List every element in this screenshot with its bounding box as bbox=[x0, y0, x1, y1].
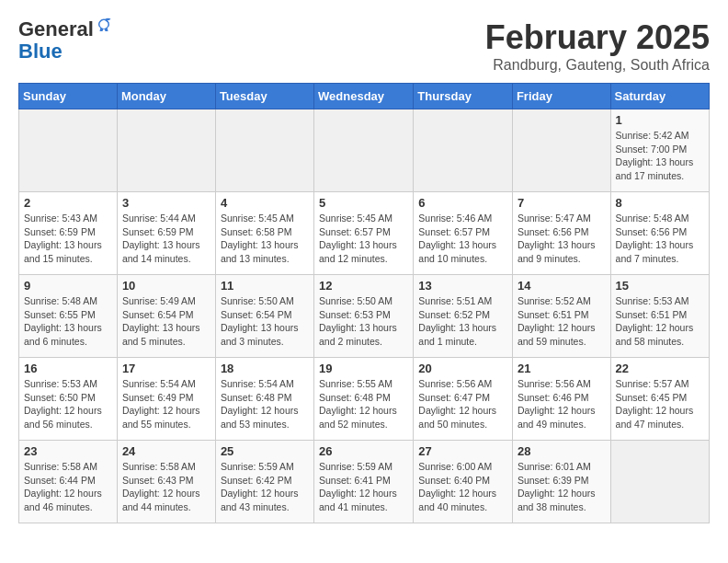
day-number: 4 bbox=[221, 196, 309, 210]
logo: General Blue bbox=[18, 18, 112, 63]
calendar-day-cell: 28Sunrise: 6:01 AM Sunset: 6:39 PM Dayli… bbox=[512, 441, 610, 523]
day-number: 13 bbox=[418, 279, 507, 293]
day-number: 12 bbox=[319, 279, 408, 293]
calendar-week-row: 9Sunrise: 5:48 AM Sunset: 6:55 PM Daylig… bbox=[19, 275, 710, 358]
calendar-week-row: 23Sunrise: 5:58 AM Sunset: 6:44 PM Dayli… bbox=[19, 441, 710, 523]
day-detail: Sunrise: 5:58 AM Sunset: 6:43 PM Dayligh… bbox=[122, 460, 210, 514]
calendar-day-cell: 14Sunrise: 5:52 AM Sunset: 6:51 PM Dayli… bbox=[512, 275, 610, 358]
day-detail: Sunrise: 5:52 AM Sunset: 6:51 PM Dayligh… bbox=[518, 294, 606, 349]
calendar-header-row: SundayMondayTuesdayWednesdayThursdayFrid… bbox=[19, 84, 710, 109]
day-detail: Sunrise: 5:45 AM Sunset: 6:57 PM Dayligh… bbox=[319, 212, 408, 266]
logo-blue-text: Blue bbox=[18, 40, 63, 63]
day-number: 7 bbox=[518, 196, 606, 210]
calendar-day-header: Thursday bbox=[414, 84, 513, 109]
calendar-day-cell: 21Sunrise: 5:56 AM Sunset: 6:46 PM Dayli… bbox=[512, 358, 610, 441]
calendar-day-cell: 9Sunrise: 5:48 AM Sunset: 6:55 PM Daylig… bbox=[19, 275, 118, 358]
calendar-day-cell: 10Sunrise: 5:49 AM Sunset: 6:54 PM Dayli… bbox=[117, 275, 215, 358]
day-number: 1 bbox=[616, 113, 704, 127]
day-number: 17 bbox=[122, 362, 210, 375]
calendar-day-cell: 12Sunrise: 5:50 AM Sunset: 6:53 PM Dayli… bbox=[314, 275, 414, 358]
calendar-week-row: 16Sunrise: 5:53 AM Sunset: 6:50 PM Dayli… bbox=[19, 358, 710, 441]
day-detail: Sunrise: 5:49 AM Sunset: 6:54 PM Dayligh… bbox=[122, 294, 210, 349]
calendar-day-cell: 25Sunrise: 5:59 AM Sunset: 6:42 PM Dayli… bbox=[215, 441, 313, 523]
day-detail: Sunrise: 5:57 AM Sunset: 6:45 PM Dayligh… bbox=[616, 377, 704, 431]
day-number: 23 bbox=[24, 444, 112, 458]
calendar-day-cell: 6Sunrise: 5:46 AM Sunset: 6:57 PM Daylig… bbox=[414, 192, 513, 275]
calendar-week-row: 2Sunrise: 5:43 AM Sunset: 6:59 PM Daylig… bbox=[19, 192, 710, 275]
calendar-day-cell: 11Sunrise: 5:50 AM Sunset: 6:54 PM Dayli… bbox=[215, 275, 313, 358]
calendar-day-cell: 15Sunrise: 5:53 AM Sunset: 6:51 PM Dayli… bbox=[610, 275, 709, 358]
calendar-week-row: 1Sunrise: 5:42 AM Sunset: 7:00 PM Daylig… bbox=[19, 109, 710, 192]
calendar-day-cell: 13Sunrise: 5:51 AM Sunset: 6:52 PM Dayli… bbox=[414, 275, 513, 358]
calendar-day-cell: 19Sunrise: 5:55 AM Sunset: 6:48 PM Dayli… bbox=[314, 358, 414, 441]
calendar-table: SundayMondayTuesdayWednesdayThursdayFrid… bbox=[18, 83, 710, 523]
day-number: 18 bbox=[221, 362, 309, 375]
header: General Blue February 2025 Randburg, Gau… bbox=[18, 18, 710, 74]
day-detail: Sunrise: 5:48 AM Sunset: 6:56 PM Dayligh… bbox=[616, 212, 704, 266]
calendar-day-header: Wednesday bbox=[314, 84, 414, 109]
logo-general-text: General bbox=[18, 18, 94, 40]
day-number: 5 bbox=[319, 196, 408, 210]
calendar-day-cell bbox=[314, 109, 414, 192]
day-detail: Sunrise: 5:50 AM Sunset: 6:54 PM Dayligh… bbox=[221, 294, 309, 349]
day-number: 22 bbox=[616, 362, 704, 375]
calendar-day-cell bbox=[512, 109, 610, 192]
day-detail: Sunrise: 5:56 AM Sunset: 6:47 PM Dayligh… bbox=[418, 377, 507, 431]
day-number: 6 bbox=[418, 196, 507, 210]
day-number: 28 bbox=[518, 444, 606, 458]
day-detail: Sunrise: 5:54 AM Sunset: 6:48 PM Dayligh… bbox=[221, 377, 309, 431]
day-detail: Sunrise: 5:46 AM Sunset: 6:57 PM Dayligh… bbox=[418, 212, 507, 266]
calendar-day-header: Sunday bbox=[19, 84, 118, 109]
day-detail: Sunrise: 5:50 AM Sunset: 6:53 PM Dayligh… bbox=[319, 294, 408, 349]
calendar-day-cell: 16Sunrise: 5:53 AM Sunset: 6:50 PM Dayli… bbox=[19, 358, 118, 441]
day-number: 10 bbox=[122, 279, 210, 293]
day-number: 15 bbox=[616, 279, 704, 293]
calendar-day-cell: 22Sunrise: 5:57 AM Sunset: 6:45 PM Dayli… bbox=[610, 358, 709, 441]
day-detail: Sunrise: 5:43 AM Sunset: 6:59 PM Dayligh… bbox=[24, 212, 112, 266]
day-number: 8 bbox=[616, 196, 704, 210]
day-detail: Sunrise: 5:47 AM Sunset: 6:56 PM Dayligh… bbox=[518, 212, 606, 266]
day-number: 24 bbox=[122, 444, 210, 458]
day-detail: Sunrise: 5:42 AM Sunset: 7:00 PM Dayligh… bbox=[616, 129, 704, 183]
calendar-day-cell: 24Sunrise: 5:58 AM Sunset: 6:43 PM Dayli… bbox=[117, 441, 215, 523]
month-year-title: February 2025 bbox=[485, 18, 710, 57]
calendar-day-cell: 7Sunrise: 5:47 AM Sunset: 6:56 PM Daylig… bbox=[512, 192, 610, 275]
calendar-day-header: Saturday bbox=[610, 84, 709, 109]
calendar-day-header: Monday bbox=[117, 84, 215, 109]
title-block: February 2025 Randburg, Gauteng, South A… bbox=[485, 18, 710, 74]
location-subtitle: Randburg, Gauteng, South Africa bbox=[485, 57, 710, 74]
day-detail: Sunrise: 5:45 AM Sunset: 6:58 PM Dayligh… bbox=[221, 212, 309, 266]
day-detail: Sunrise: 6:00 AM Sunset: 6:40 PM Dayligh… bbox=[418, 460, 507, 514]
day-detail: Sunrise: 5:59 AM Sunset: 6:41 PM Dayligh… bbox=[319, 460, 408, 514]
calendar-day-cell: 1Sunrise: 5:42 AM Sunset: 7:00 PM Daylig… bbox=[610, 109, 709, 192]
calendar-day-cell: 17Sunrise: 5:54 AM Sunset: 6:49 PM Dayli… bbox=[117, 358, 215, 441]
day-detail: Sunrise: 6:01 AM Sunset: 6:39 PM Dayligh… bbox=[518, 460, 606, 514]
day-number: 2 bbox=[24, 196, 112, 210]
day-number: 20 bbox=[418, 362, 507, 375]
day-detail: Sunrise: 5:56 AM Sunset: 6:46 PM Dayligh… bbox=[518, 377, 606, 431]
calendar-day-cell bbox=[117, 109, 215, 192]
day-number: 3 bbox=[122, 196, 210, 210]
calendar-day-header: Friday bbox=[512, 84, 610, 109]
day-detail: Sunrise: 5:54 AM Sunset: 6:49 PM Dayligh… bbox=[122, 377, 210, 431]
day-detail: Sunrise: 5:55 AM Sunset: 6:48 PM Dayligh… bbox=[319, 377, 408, 431]
calendar-day-cell: 26Sunrise: 5:59 AM Sunset: 6:41 PM Dayli… bbox=[314, 441, 414, 523]
calendar-day-cell: 3Sunrise: 5:44 AM Sunset: 6:59 PM Daylig… bbox=[117, 192, 215, 275]
calendar-day-cell: 4Sunrise: 5:45 AM Sunset: 6:58 PM Daylig… bbox=[215, 192, 313, 275]
calendar-day-cell bbox=[215, 109, 313, 192]
calendar-day-header: Tuesday bbox=[215, 84, 313, 109]
day-number: 26 bbox=[319, 444, 408, 458]
logo-bird-icon bbox=[96, 17, 112, 34]
day-number: 27 bbox=[418, 444, 507, 458]
calendar-day-cell: 5Sunrise: 5:45 AM Sunset: 6:57 PM Daylig… bbox=[314, 192, 414, 275]
day-number: 21 bbox=[518, 362, 606, 375]
day-number: 16 bbox=[24, 362, 112, 375]
day-number: 11 bbox=[221, 279, 309, 293]
day-number: 14 bbox=[518, 279, 606, 293]
day-detail: Sunrise: 5:44 AM Sunset: 6:59 PM Dayligh… bbox=[122, 212, 210, 266]
calendar-day-cell bbox=[19, 109, 118, 192]
day-detail: Sunrise: 5:59 AM Sunset: 6:42 PM Dayligh… bbox=[221, 460, 309, 514]
day-number: 9 bbox=[24, 279, 112, 293]
day-number: 19 bbox=[319, 362, 408, 375]
calendar-day-cell bbox=[414, 109, 513, 192]
